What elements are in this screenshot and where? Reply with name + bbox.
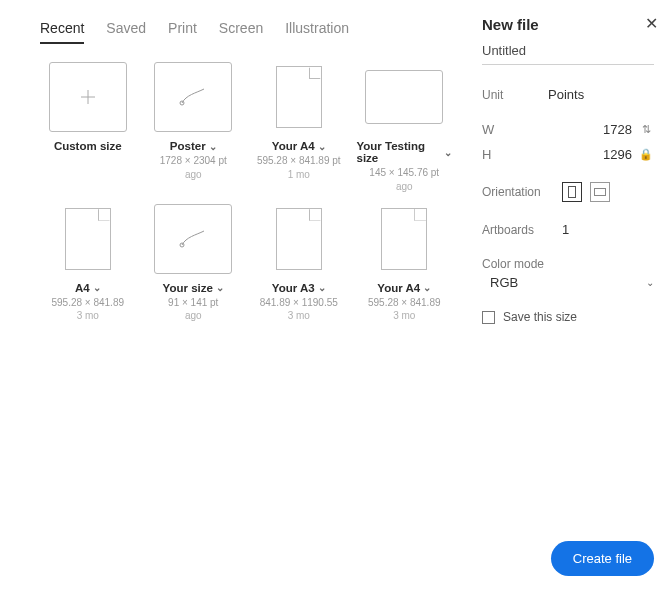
portrait-icon [568,186,576,198]
preset-meta2: 3 mo [288,310,310,321]
preset-meta: 841.89 × 1190.55 [260,297,338,310]
svg-rect-5 [595,189,606,196]
artboards-label: Artboards [482,223,562,237]
preset-testing-size[interactable]: Your Testing size⌄ 145 × 145.76 pt ago [357,62,453,192]
chevron-down-icon: ⌄ [216,282,224,293]
preset-meta2: ago [185,310,202,321]
save-size-row: Save this size [482,310,654,324]
preset-meta2: ago [185,169,202,180]
preset-meta: 145 × 145.76 pt [369,167,439,180]
preset-meta: 91 × 141 pt [168,297,218,310]
wide-thumb [365,70,443,124]
preset-meta: 595.28 × 841.89 [368,297,441,310]
save-size-label: Save this size [503,310,577,324]
preset-meta2: ago [396,181,413,192]
preset-label: A4⌄ [75,282,101,294]
orientation-label: Orientation [482,185,562,199]
preset-label: Your A3⌄ [272,282,326,294]
page-thumb [260,204,338,274]
poster-thumb [154,62,232,132]
page-thumb [260,62,338,132]
preset-meta2: 3 mo [77,310,99,321]
chevron-down-icon: ⌄ [93,282,101,293]
preset-your-size[interactable]: Your size⌄ 91 × 141 pt ago [146,204,242,322]
tab-illustration[interactable]: Illustration [285,20,349,44]
plus-icon [78,87,98,107]
artboards-row: Artboards 1 [482,222,654,237]
color-mode-select[interactable]: RGB ⌄ [482,275,654,290]
properties-panel: ✕ New file Untitled Unit Points W 1728 ⇅… [472,0,672,592]
unit-row: Unit Points [482,87,654,102]
tab-saved[interactable]: Saved [106,20,146,44]
preset-meta: 1728 × 2304 pt [160,155,227,168]
preset-custom-size[interactable]: Custom size [40,62,136,192]
preset-label: Custom size [54,140,122,152]
preset-your-a4-1[interactable]: Your A4⌄ 595.28 × 841.89 pt 1 mo [251,62,347,192]
width-row: W 1728 ⇅ [482,122,654,137]
preset-label: Your A4⌄ [272,140,326,152]
width-input[interactable]: 1728 [548,122,638,137]
chevron-down-icon: ⌄ [646,277,654,288]
width-label: W [482,122,548,137]
preset-your-a4-2[interactable]: Your A4⌄ 595.28 × 841.89 3 mo [357,204,453,322]
preset-meta: 595.28 × 841.89 [51,297,124,310]
preset-grid: Custom size Poster⌄ 1728 × 2304 pt ago Y… [40,62,452,321]
close-icon[interactable]: ✕ [645,14,658,33]
page-thumb [365,204,443,274]
unit-select[interactable]: Points [548,87,654,102]
orientation-row: Orientation [482,182,654,202]
link-icon[interactable]: ⇅ [638,123,654,136]
tab-recent[interactable]: Recent [40,20,84,44]
color-mode-label: Color mode [482,257,582,271]
chevron-down-icon: ⌄ [318,141,326,152]
orientation-landscape-button[interactable] [590,182,610,202]
color-mode-label-row: Color mode [482,257,654,271]
tab-screen[interactable]: Screen [219,20,263,44]
custom-size-thumb [49,62,127,132]
height-input[interactable]: 1296 [548,147,638,162]
orientation-portrait-button[interactable] [562,182,582,202]
svg-rect-4 [569,187,576,198]
chevron-down-icon: ⌄ [318,282,326,293]
page-thumb [49,204,127,274]
preset-meta2: 1 mo [288,169,310,180]
tab-print[interactable]: Print [168,20,197,44]
unit-label: Unit [482,88,548,102]
panel-title: New file [482,16,654,33]
preset-meta2: 3 mo [393,310,415,321]
preset-poster[interactable]: Poster⌄ 1728 × 2304 pt ago [146,62,242,192]
chevron-down-icon: ⌄ [444,147,452,158]
file-name-input[interactable]: Untitled [482,43,654,65]
new-file-dialog: Recent Saved Print Screen Illustration C… [0,0,672,592]
preset-meta: 595.28 × 841.89 pt [257,155,341,168]
preset-your-a3[interactable]: Your A3⌄ 841.89 × 1190.55 3 mo [251,204,347,322]
height-row: H 1296 🔒 [482,147,654,162]
preset-panel: Recent Saved Print Screen Illustration C… [0,0,472,592]
artboards-input[interactable]: 1 [562,222,654,237]
lock-icon[interactable]: 🔒 [638,148,654,161]
preset-label: Poster⌄ [170,140,217,152]
landscape-icon [594,188,606,196]
chevron-down-icon: ⌄ [209,141,217,152]
category-tabs: Recent Saved Print Screen Illustration [40,20,452,44]
preset-label: Your A4⌄ [377,282,431,294]
save-size-checkbox[interactable] [482,311,495,324]
poster-thumb [154,204,232,274]
brush-icon [176,227,210,251]
preset-label: Your Testing size⌄ [357,140,453,164]
preset-label: Your size⌄ [163,282,224,294]
chevron-down-icon: ⌄ [423,282,431,293]
preset-a4[interactable]: A4⌄ 595.28 × 841.89 3 mo [40,204,136,322]
brush-icon [176,85,210,109]
height-label: H [482,147,548,162]
create-file-button[interactable]: Create file [551,541,654,576]
